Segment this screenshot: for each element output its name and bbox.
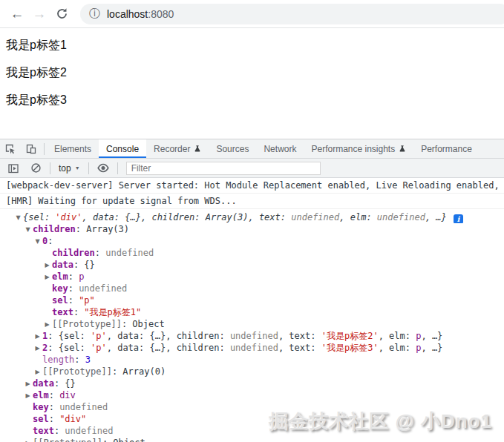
tab-recorder[interactable]: Recorder	[146, 139, 209, 158]
console-text: :	[54, 426, 65, 436]
browser-toolbar: ← → ⓘ localhost:8080	[0, 0, 504, 28]
live-expression-button[interactable]	[93, 162, 114, 174]
console-messages: [webpack-dev-server] Server started: Hot…	[0, 178, 504, 442]
reload-button[interactable]	[50, 7, 73, 20]
experiment-flask-icon	[399, 145, 406, 153]
tree-row: ▼children: Array(3)	[0, 223, 504, 235]
console-sidebar-button[interactable]	[3, 162, 24, 174]
rendered-page: 我是p标签1我是p标签2我是p标签3	[0, 28, 504, 139]
tab-label: Sources	[216, 144, 249, 154]
collapse-arrow-icon[interactable]: ▶	[42, 260, 52, 271]
info-icon[interactable]: i	[454, 214, 463, 223]
tree-row: ▶1: {sel: 'p', data: {…}, children: unde…	[0, 330, 504, 342]
device-toolbar-icon	[25, 143, 37, 155]
console-text: elm	[52, 271, 68, 282]
console-text: :	[68, 283, 79, 294]
console-text: "div"	[59, 414, 86, 424]
tree-row: length: 3	[0, 354, 504, 366]
console-text: children	[33, 224, 76, 234]
collapse-arrow-icon[interactable]: ▶	[33, 366, 42, 377]
console-filter-input[interactable]	[126, 162, 321, 175]
tree-row: ▶[[Prototype]]: Object	[0, 437, 504, 442]
console-text: 3	[85, 354, 91, 365]
tree-row: ▶[[Prototype]]: Array(0)	[0, 366, 504, 377]
forward-button[interactable]: →	[28, 7, 50, 21]
inspect-cursor-icon	[4, 143, 16, 155]
console-text: :	[49, 390, 59, 400]
object-tree: ▼{sel: 'div', data: {…}, children: Array…	[0, 209, 504, 442]
expand-arrow-icon[interactable]: ▼	[13, 212, 23, 223]
console-text: , text:	[278, 331, 321, 341]
collapse-arrow-icon[interactable]: ▶	[33, 331, 42, 342]
tab-sources[interactable]: Sources	[209, 139, 256, 158]
page-info-icon[interactable]: ⓘ	[89, 7, 100, 21]
chevron-down-icon: ▼	[75, 165, 80, 171]
tree-row: sel: "p"	[0, 294, 504, 306]
tab-performance-insights[interactable]: Performance insights	[304, 139, 413, 158]
console-text: "p"	[79, 295, 95, 306]
arrow-spacer	[33, 354, 42, 366]
collapse-arrow-icon[interactable]: ▶	[23, 438, 33, 442]
console-text: :	[73, 307, 84, 317]
console-text: : {}	[54, 378, 76, 389]
collapse-arrow-icon[interactable]: ▶	[33, 343, 42, 354]
console-text: , …}	[425, 212, 452, 222]
expand-arrow-icon[interactable]: ▼	[33, 236, 42, 247]
console-log-row: [webpack-dev-server] Server started: Hot…	[0, 178, 504, 194]
collapse-arrow-icon[interactable]: ▶	[23, 378, 33, 389]
console-text: text	[33, 426, 54, 436]
collapse-arrow-icon[interactable]: ▶	[42, 271, 52, 283]
tab-label: Console	[106, 144, 139, 154]
clear-console-button[interactable]	[25, 162, 46, 174]
console-text: text	[52, 307, 73, 317]
console-text: 'p'	[91, 343, 107, 353]
tree-row: children: undefined	[0, 247, 504, 259]
console-text: :	[68, 271, 79, 282]
console-text: undefined	[59, 402, 108, 412]
address-bar[interactable]: ⓘ localhost:8080	[80, 4, 504, 24]
javascript-context-selector[interactable]: top ▼	[54, 163, 85, 174]
arrow-spacer	[23, 414, 33, 425]
back-button[interactable]: ←	[6, 7, 28, 21]
devtools-tabbar: ElementsConsoleRecorderSourcesNetworkPer…	[0, 139, 504, 159]
console-text: undefined	[79, 283, 127, 294]
console-text: :	[48, 236, 53, 246]
console-text: elm	[33, 390, 49, 400]
console-text: : Array(0)	[112, 366, 166, 377]
arrow-spacer	[42, 248, 52, 259]
console-text: data	[33, 378, 54, 389]
context-label: top	[59, 163, 71, 174]
console-text: '我是p标签3'	[321, 343, 379, 353]
console-text: :	[95, 248, 105, 258]
arrow-spacer	[23, 426, 33, 437]
tab-network[interactable]: Network	[256, 139, 304, 158]
toggle-device-toolbar-button[interactable]	[21, 139, 42, 158]
console-text: undefined	[230, 331, 278, 341]
arrow-spacer	[42, 295, 52, 306]
tree-row: ▶elm: p	[0, 271, 504, 283]
console-text: :	[49, 402, 59, 412]
arrow-spacer	[23, 402, 33, 413]
console-text: [[Prototype]]	[33, 438, 102, 442]
console-text: 'div'	[55, 212, 82, 222]
tab-performance[interactable]: Performance	[413, 139, 480, 158]
tree-row: ▶data: {}	[0, 377, 504, 389]
console-text: 'p'	[91, 331, 107, 341]
url-text[interactable]: localhost:8080	[107, 8, 174, 20]
console-text: : Object	[102, 438, 145, 442]
console-toolbar: top ▼	[0, 159, 504, 178]
console-text: sel	[52, 295, 68, 306]
console-text: p	[79, 271, 84, 282]
expand-arrow-icon[interactable]: ▼	[23, 224, 33, 235]
page-paragraph: 我是p标签3	[6, 93, 498, 107]
inspect-element-button[interactable]	[0, 139, 21, 158]
console-sidebar-icon	[7, 162, 19, 174]
console-text: div	[59, 390, 76, 400]
collapse-arrow-icon[interactable]: ▶	[42, 319, 52, 330]
console-text: : Array(3)	[76, 224, 129, 234]
console-text: key	[52, 283, 68, 294]
tab-elements[interactable]: Elements	[47, 139, 99, 158]
tab-console[interactable]: Console	[99, 139, 146, 158]
collapse-arrow-icon[interactable]: ▶	[23, 390, 33, 401]
console-text: {sel:	[23, 212, 55, 222]
